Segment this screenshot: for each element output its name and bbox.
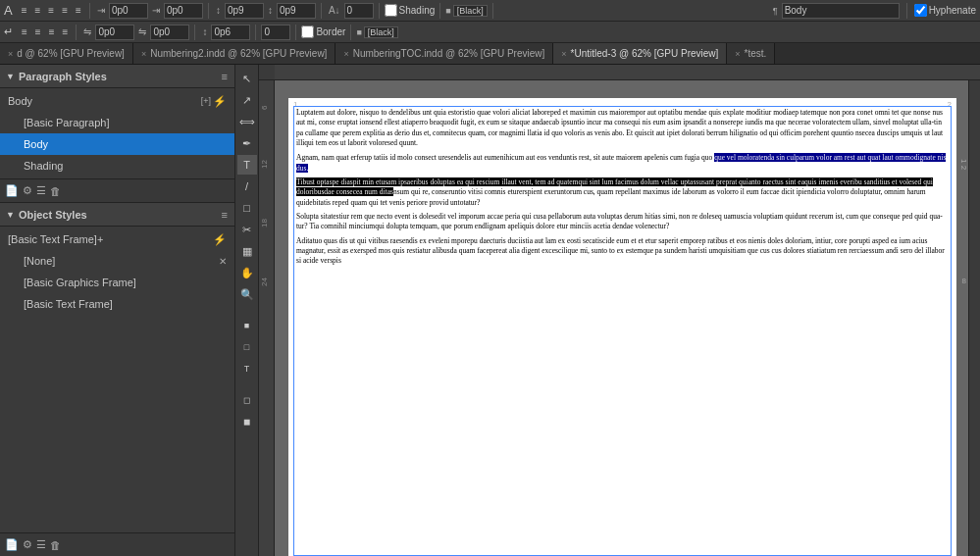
border-check-label[interactable]: Border: [301, 25, 345, 38]
shading-check-label[interactable]: Shading: [385, 4, 436, 17]
hand-tool-btn[interactable]: ✋: [237, 263, 257, 282]
drop-cap-input[interactable]: [344, 3, 374, 19]
align-justify-btn[interactable]: ≡: [59, 4, 71, 17]
tab-label-4: *test.: [745, 48, 767, 59]
obj-toolbar-icon2-btn[interactable]: ⚙: [22, 538, 33, 551]
obj-new-btn[interactable]: ≡: [221, 209, 229, 221]
tab-close-0[interactable]: ×: [8, 49, 13, 59]
obj-toolbar-icon1-btn[interactable]: 📄: [4, 538, 20, 551]
para-header-icons: ≡: [221, 71, 229, 82]
hyphenate-check-label[interactable]: Hyphenate: [914, 4, 976, 17]
fill-color-btn[interactable]: ■: [237, 316, 257, 335]
para-toolbar-icon3-btn[interactable]: ☰: [35, 184, 47, 197]
align-right-btn[interactable]: ≡: [45, 4, 57, 17]
row2-align1-btn[interactable]: ≡: [19, 25, 30, 38]
tab-0[interactable]: × d @ 62% [GPU Preview]: [0, 43, 133, 64]
style-item-basic-para[interactable]: [Basic Paragraph]: [0, 112, 234, 133]
tab-4[interactable]: × *test.: [727, 43, 775, 64]
tab-close-3[interactable]: ×: [561, 49, 566, 59]
selected-text-blue: que vel moloratenda sin culparum volor a…: [296, 153, 946, 172]
style-item-body-top[interactable]: Body [+] ⚡: [0, 90, 234, 112]
ruler-corner: [259, 65, 275, 80]
rect-tool-btn[interactable]: □: [237, 198, 257, 218]
ruler-vmark-12: 12: [260, 160, 269, 169]
format-btn[interactable]: T: [237, 359, 257, 379]
paragraph-styles-header[interactable]: ▼ Paragraph Styles ≡: [0, 65, 234, 88]
border-checkbox[interactable]: [301, 25, 314, 38]
para-1: Luptatem aut dolore, nisquo to dendelibu…: [296, 108, 949, 148]
gradient-tool-btn[interactable]: ▦: [237, 241, 257, 261]
align-center-btn[interactable]: ≡: [32, 4, 44, 17]
sep3: [321, 3, 322, 19]
style-item-none[interactable]: [None] ✕: [0, 250, 234, 272]
align-left-btn[interactable]: ≡: [19, 4, 30, 17]
para-toolbar-icon4-btn[interactable]: 🗑: [49, 185, 62, 197]
space-after-input[interactable]: [277, 3, 316, 19]
tab-1[interactable]: × Numbering2.indd @ 62% [GPU Preview]: [133, 43, 336, 64]
stroke-color-btn[interactable]: □: [237, 337, 257, 357]
shading-checkbox[interactable]: [385, 4, 397, 17]
select-tool-btn[interactable]: ↖: [237, 69, 257, 88]
tab-close-1[interactable]: ×: [141, 49, 146, 59]
ruler-and-content: 6 12 18 24 Luptatem aut dolore, nisquo t…: [259, 80, 980, 556]
para-new-btn[interactable]: ≡: [221, 71, 229, 82]
content-area: 6 12 18 24 30 36 42 48 6 12 18 24: [259, 65, 980, 556]
indent-input1[interactable]: [109, 3, 148, 19]
space-before-input[interactable]: [225, 3, 264, 19]
tab-close-4[interactable]: ×: [735, 49, 740, 59]
line-tool-btn[interactable]: /: [237, 177, 257, 196]
color-swatch2-icon: ■: [356, 27, 361, 37]
hyphenate-checkbox[interactable]: [914, 4, 927, 17]
normal-mode-btn[interactable]: ◻: [237, 390, 257, 410]
page-right-num: 2: [948, 100, 952, 109]
obj-toolbar-icon3-btn[interactable]: ☰: [35, 538, 47, 551]
object-styles-header[interactable]: ▼ Object Styles ≡: [0, 203, 234, 227]
style-item-basic-text-frame[interactable]: [Basic Text Frame]: [0, 293, 234, 315]
zoom-tool-btn[interactable]: 🔍: [237, 284, 257, 304]
tab-close-2[interactable]: ×: [343, 49, 348, 59]
row2-align2-btn[interactable]: ≡: [32, 25, 44, 38]
ruler-vmark-24: 24: [260, 278, 269, 286]
style-item-shading[interactable]: Shading: [0, 155, 234, 177]
tab-3[interactable]: × *Untitled-3 @ 62% [GPU Preview]: [553, 43, 727, 64]
row2-align3-btn[interactable]: ≡: [46, 25, 58, 38]
tab-bar: × d @ 62% [GPU Preview] × Numbering2.ind…: [0, 43, 980, 65]
pen-tool-btn[interactable]: ✒: [237, 133, 257, 153]
sep11: [295, 25, 296, 40]
row2-align4-btn[interactable]: ≡: [60, 25, 72, 38]
type-tool-btn active[interactable]: T: [237, 155, 257, 175]
gap-tool-btn[interactable]: ⟺: [237, 112, 257, 131]
style-item-body-selected[interactable]: Body: [0, 133, 234, 155]
style-item-basic-graphics[interactable]: [Basic Graphics Frame]: [0, 272, 234, 293]
border-label: Border: [316, 26, 345, 37]
obj-styles-list: [Basic Text Frame]+ ⚡ [None] ✕ [Basic Gr…: [0, 227, 234, 532]
sep8: [76, 25, 77, 40]
obj-header-icons: ≡: [221, 209, 229, 221]
align-justify2-btn[interactable]: ≡: [73, 4, 84, 17]
style-input[interactable]: [782, 3, 900, 19]
main-layout: ▼ Paragraph Styles ≡ Body [+] ⚡ [Basic P…: [0, 65, 980, 556]
sep1: [89, 3, 90, 19]
row2-input4[interactable]: [261, 25, 290, 40]
tab-2[interactable]: × NumberingTOC.indd @ 62% [GPU Preview]: [335, 43, 553, 64]
indent-input2[interactable]: [164, 3, 203, 19]
row2-input3[interactable]: [211, 25, 250, 40]
preview-mode-btn[interactable]: ◼: [237, 412, 257, 431]
row2-input1[interactable]: [95, 25, 134, 40]
sep7: [906, 3, 907, 19]
para-4: Solupta sitatestiur rem que necto event …: [296, 212, 949, 232]
obj-toolbar-icon4-btn[interactable]: 🗑: [49, 539, 62, 551]
space-before-icon: ↕: [214, 5, 223, 16]
ruler-vmark-6: 6: [260, 106, 269, 110]
para-toolbar-icon1-btn[interactable]: 📄: [4, 184, 20, 197]
page-left-num: 1: [293, 100, 297, 109]
style-item-basic-text-frame-top[interactable]: [Basic Text Frame]+ ⚡: [0, 228, 234, 250]
scroll-content[interactable]: Luptatem aut dolore, nisquo to dendelibu…: [275, 80, 968, 556]
document-page: Luptatem aut dolore, nisquo to dendelibu…: [288, 98, 956, 556]
tab-label-3: *Untitled-3 @ 62% [GPU Preview]: [571, 48, 719, 59]
row2-input2[interactable]: [150, 25, 189, 40]
para-toolbar-icon2-btn[interactable]: ⚙: [22, 184, 33, 197]
scissors-tool-btn[interactable]: ✂: [237, 220, 257, 239]
scrollbar-vertical[interactable]: [968, 80, 980, 556]
direct-select-btn[interactable]: ↗: [237, 90, 257, 110]
